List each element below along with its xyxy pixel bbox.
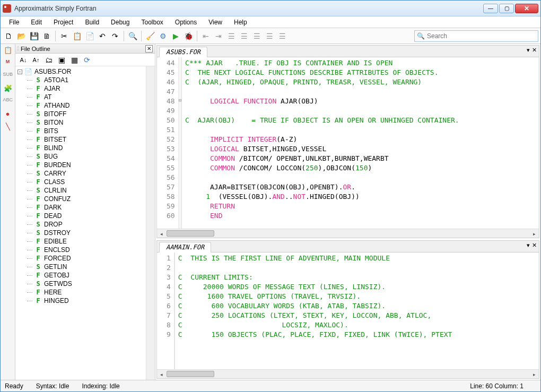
collapse-icon[interactable]: ▣ bbox=[56, 54, 67, 66]
save-icon[interactable]: 💾 bbox=[28, 30, 40, 42]
copy-icon[interactable]: 📋 bbox=[71, 30, 83, 42]
code-editor-top[interactable]: 4445464748495051525354555657585960 ⊟ C**… bbox=[157, 57, 539, 229]
tree-item[interactable]: SBUG bbox=[18, 152, 144, 161]
scroll-left-icon[interactable]: ◂ bbox=[157, 229, 166, 238]
fold-margin[interactable] bbox=[179, 86, 181, 95]
puzzle-panel-icon[interactable]: 🧩 bbox=[3, 84, 13, 94]
tools-panel-icon[interactable]: ╲ bbox=[3, 123, 13, 132]
editor-hscrollbar[interactable]: ◂ ▸ bbox=[157, 229, 539, 238]
outdent-icon[interactable]: ⇥ bbox=[213, 30, 224, 42]
fold-margin[interactable] bbox=[179, 134, 181, 143]
outline-scrollbar[interactable] bbox=[146, 66, 155, 380]
code-editor-bottom[interactable]: 123456789 C THIS IS THE FIRST LINE OF AD… bbox=[157, 252, 539, 369]
tab-asubs[interactable]: ASUBS.FOR bbox=[159, 47, 207, 57]
tree-item[interactable]: FGETOBJ bbox=[18, 271, 144, 280]
code-line[interactable] bbox=[185, 173, 539, 182]
sort-alpha-rev-icon[interactable]: A↑ bbox=[30, 54, 42, 66]
fold-margin[interactable] bbox=[179, 143, 181, 153]
tree-item[interactable]: FAJAR bbox=[18, 84, 144, 93]
refresh-icon[interactable]: ⟳ bbox=[81, 54, 93, 66]
bookmark-prev-icon[interactable]: ☰ bbox=[276, 30, 288, 42]
tree-item[interactable]: SGETLIN bbox=[18, 263, 144, 271]
code-line[interactable]: C 20000 WORDS OF MESSAGE TEXT (LINES, LI… bbox=[178, 282, 539, 292]
menu-debug[interactable]: Debug bbox=[106, 18, 135, 27]
bookmark-next-icon[interactable]: ☰ bbox=[264, 30, 275, 42]
tree-view-icon[interactable]: 🗂 bbox=[43, 54, 55, 66]
expand-icon[interactable]: ▦ bbox=[68, 54, 80, 66]
code-line[interactable] bbox=[178, 263, 539, 273]
scroll-right-icon[interactable]: ▸ bbox=[530, 229, 539, 238]
maximize-button[interactable]: ▢ bbox=[499, 4, 514, 13]
modules-panel-icon[interactable]: M bbox=[3, 59, 13, 68]
tree-item[interactable]: FBITS bbox=[18, 127, 144, 135]
undo-icon[interactable]: ↶ bbox=[97, 30, 108, 42]
minimize-button[interactable]: — bbox=[483, 4, 498, 13]
fold-margin[interactable] bbox=[179, 153, 181, 162]
code-line[interactable] bbox=[185, 106, 539, 116]
sort-alpha-icon[interactable]: A↓ bbox=[18, 54, 29, 66]
code-line[interactable]: C CURRENT LIMITS: bbox=[178, 273, 539, 282]
tree-item[interactable]: SDSTROY bbox=[18, 229, 144, 237]
fold-margin[interactable]: ⊟ bbox=[179, 95, 181, 105]
tree-item[interactable]: FDARK bbox=[18, 203, 144, 212]
code-line[interactable]: C THE NEXT LOGICAL FUNCTIONS DESCRIBE AT… bbox=[185, 68, 539, 77]
new-file-icon[interactable]: 🗋 bbox=[3, 30, 14, 42]
menu-toolbox[interactable]: Toolbox bbox=[136, 18, 168, 27]
tree-item[interactable]: FAT bbox=[18, 93, 144, 101]
code-line[interactable] bbox=[185, 87, 539, 97]
collapse-icon[interactable]: - bbox=[18, 69, 22, 74]
fold-margin[interactable] bbox=[179, 57, 181, 67]
zoom-icon[interactable]: 🔍 bbox=[127, 30, 138, 42]
code-line[interactable]: LOGICAL FUNCTION AJAR(OBJ) bbox=[185, 97, 539, 106]
code-line[interactable]: C (AJAR, HINGED, OPAQUE, PRINTD, TREASR,… bbox=[185, 77, 539, 87]
tree-item[interactable]: SCLRLIN bbox=[18, 186, 144, 195]
tree-item[interactable]: FFORCED bbox=[18, 254, 144, 263]
fold-margin[interactable] bbox=[179, 124, 181, 134]
search-box[interactable]: 🔍 bbox=[414, 30, 538, 42]
code-line[interactable] bbox=[185, 125, 539, 135]
code-line[interactable]: 1 (VESSEL(OBJ).AND..NOT.HINGED(OBJ)) bbox=[185, 192, 539, 202]
tree-item[interactable]: FEDIBLE bbox=[18, 237, 144, 246]
tab-aamain[interactable]: AAMAIN.FOR bbox=[159, 242, 211, 252]
tree-item[interactable]: SCARRY bbox=[18, 169, 144, 178]
build-icon[interactable]: 🧹 bbox=[144, 30, 156, 42]
tree-item[interactable]: FCLASS bbox=[18, 178, 144, 186]
menu-build[interactable]: Build bbox=[80, 18, 104, 27]
scroll-left-icon[interactable]: ◂ bbox=[157, 370, 166, 379]
tree-item[interactable]: SDROP bbox=[18, 220, 144, 229]
settings-gear-icon[interactable]: ⚙ bbox=[157, 30, 169, 42]
fold-margin[interactable] bbox=[179, 115, 181, 124]
tree-item[interactable]: FATHAND bbox=[18, 101, 144, 110]
save-all-icon[interactable]: 🗎 bbox=[41, 30, 53, 42]
code-line[interactable]: C AJAR(OBJ) = TRUE IF OBJECT IS AN OPEN … bbox=[185, 116, 539, 125]
code-line[interactable]: C THIS IS THE FIRST LINE OF ADVENTURE, M… bbox=[178, 254, 539, 263]
code-line[interactable]: COMMON /CONCOM/ LOCCON(250),OBJCON(150) bbox=[185, 163, 539, 173]
code-line[interactable]: C LOCSIZ, MAXLOC). bbox=[178, 320, 539, 330]
run-icon[interactable]: ▶ bbox=[170, 30, 181, 42]
menu-options[interactable]: Options bbox=[170, 18, 202, 27]
fold-margin[interactable] bbox=[179, 172, 181, 181]
tab-close-icon[interactable]: ✕ bbox=[532, 47, 537, 54]
tree-item[interactable]: FDEAD bbox=[18, 212, 144, 220]
tree-item[interactable]: SA5TOA1 bbox=[18, 76, 144, 84]
code-line[interactable]: LOGICAL BITSET,HINGED,VESSEL bbox=[185, 144, 539, 154]
project-panel-icon[interactable]: 📋 bbox=[3, 46, 13, 56]
fold-margin[interactable] bbox=[179, 76, 181, 86]
open-file-icon[interactable]: 📂 bbox=[15, 30, 27, 42]
code-line[interactable]: C 250 LOCATIONS (LTEXT, STEXT, KEY, LOCC… bbox=[178, 311, 539, 320]
abc-panel-icon[interactable]: ABC bbox=[3, 97, 13, 107]
tab-close-icon[interactable]: ✕ bbox=[532, 242, 537, 249]
fold-margin[interactable] bbox=[179, 191, 181, 201]
tree-item[interactable]: FENCLSD bbox=[18, 246, 144, 254]
code-line[interactable]: IMPLICIT INTEGER(A-Z) bbox=[185, 135, 539, 144]
tree-item[interactable]: SBITON bbox=[18, 118, 144, 127]
code-line[interactable]: AJAR=BITSET(OBJCON(OBJ),OPENBT).OR. bbox=[185, 182, 539, 192]
cut-icon[interactable]: ✂ bbox=[58, 30, 70, 42]
fold-margin[interactable] bbox=[179, 67, 181, 76]
editor-hscrollbar[interactable]: ◂ ▸ bbox=[157, 369, 539, 378]
menu-edit[interactable]: Edit bbox=[25, 18, 47, 27]
code-line[interactable]: C 1600 TRAVEL OPTIONS (TRAVEL, TRVSIZ). bbox=[178, 292, 539, 301]
debug-icon[interactable]: 🐞 bbox=[182, 30, 194, 42]
fold-margin[interactable] bbox=[179, 181, 181, 191]
close-button[interactable]: ✕ bbox=[515, 4, 538, 13]
